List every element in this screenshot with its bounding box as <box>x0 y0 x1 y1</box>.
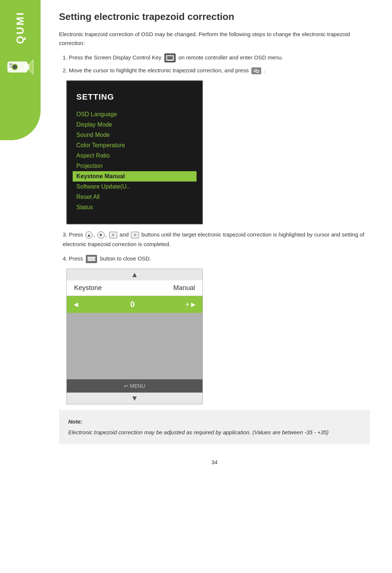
keystone-value-row: ◄ 0 +► <box>67 296 202 313</box>
keystone-body-area <box>67 313 202 379</box>
svg-rect-4 <box>9 63 12 65</box>
menu-item-software-update: Software Update(U.. <box>76 182 193 192</box>
step2-label: 2. Move the cursor to highlight the elec… <box>63 67 249 73</box>
menu-item-color-temperature: Color Temperature <box>76 140 193 151</box>
note-title: Note: <box>68 417 361 426</box>
page-title: Setting electronic trapezoid correction <box>59 11 370 23</box>
note-body: Electronic trapezoid correction may be a… <box>68 428 361 437</box>
menu-item-display-mode: Display Mode <box>76 120 193 130</box>
intro-text: Electronic trapezoid correction of OSD m… <box>59 30 370 48</box>
keystone-label: Keystone <box>74 284 102 292</box>
menu-item-sound-mode: Sound Mode <box>76 130 193 140</box>
step4-suffix: button to close OSD. <box>100 255 151 262</box>
menu-items-list: OSD Language Display Mode Sound Mode Col… <box>76 109 193 213</box>
menu-item-osd-language: OSD Language <box>76 109 193 120</box>
sidebar: QUMI <box>0 0 41 573</box>
keystone-right-arrow: +► <box>185 300 197 309</box>
keystone-screenshot: ▲ Keystone Manual ◄ 0 +► ↩ MENU ▼ <box>66 269 203 404</box>
step2-suffix: . <box>264 67 265 73</box>
menu-item-keystone-manual: Keystone Manual <box>73 171 197 182</box>
step3-text: 3. Press ▲, ▼, < and > buttons until the… <box>63 230 366 249</box>
menu-item-status: Status <box>76 202 193 213</box>
up-arrow-icon: ▲ <box>85 231 93 239</box>
setting-menu-title: SETTING <box>76 92 193 102</box>
svg-rect-9 <box>167 60 173 60</box>
qumi-logo: QUMI <box>14 11 26 44</box>
svg-marker-6 <box>28 60 33 75</box>
keystone-header: Keystone Manual <box>67 280 202 296</box>
step1-suffix: on remote controller and enter OSD menu. <box>178 54 283 61</box>
keystone-top-arrow: ▲ <box>67 269 202 280</box>
keystone-menu-row: ↩ MENU <box>67 379 202 393</box>
keystone-left-arrow: ◄ <box>72 300 80 309</box>
right-arrow-icon: > <box>131 232 139 238</box>
step3-prefix: 3. Press <box>63 231 83 238</box>
main-content: Setting electronic trapezoid correction … <box>52 0 392 487</box>
step1-text: 1. Press the Screen Display Control Key … <box>63 53 370 62</box>
enter-icon <box>251 68 261 74</box>
down-arrow-icon: ▼ <box>97 231 105 239</box>
keystone-mode: Manual <box>173 284 195 292</box>
svg-rect-8 <box>167 56 173 60</box>
menu-item-reset-all: Reset All <box>76 192 193 202</box>
step3-container: 3. Press ▲, ▼, < and > buttons until the… <box>63 230 366 249</box>
left-bracket-icon: < <box>109 232 117 238</box>
keystone-bottom-arrow: ▼ <box>67 393 202 404</box>
menu-button-icon <box>86 255 97 263</box>
qumi-branding: QUMI <box>0 0 41 140</box>
keystone-menu-label: ↩ MENU <box>124 383 145 389</box>
step3-and: and <box>119 231 129 238</box>
svg-point-2 <box>13 65 17 69</box>
keystone-value: 0 <box>130 300 135 309</box>
note-box: Note: Electronic trapezoid correction ma… <box>59 410 370 444</box>
step4-text: 4. Press button to close OSD. <box>63 254 370 263</box>
page-number: 34 <box>59 459 370 465</box>
projector-icon <box>6 55 35 77</box>
step1-label: 1. Press the Screen Display Control Key <box>63 54 162 61</box>
step2-text: 2. Move the cursor to highlight the elec… <box>63 66 370 75</box>
display-control-icon <box>164 53 176 62</box>
svg-rect-5 <box>9 66 12 68</box>
menu-item-projection: Projection <box>76 161 193 171</box>
setting-menu-screenshot: SETTING OSD Language Display Mode Sound … <box>66 80 203 224</box>
step4-prefix: 4. Press <box>63 255 83 262</box>
step3-suffix: buttons until the target electronic trap… <box>63 231 364 247</box>
menu-item-aspect-ratio: Aspect Ratio <box>76 151 193 161</box>
